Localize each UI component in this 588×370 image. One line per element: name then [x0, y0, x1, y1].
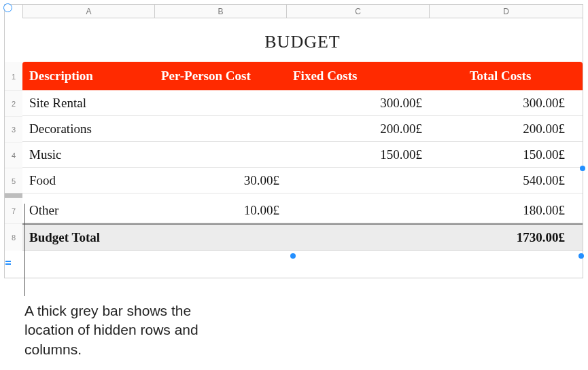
cell-desc[interactable]: Music — [22, 147, 154, 162]
row-header-2[interactable]: 2 — [5, 90, 22, 116]
header-per-person[interactable]: Per-Person Cost — [154, 69, 286, 84]
row-header-4[interactable]: 4 — [5, 142, 22, 168]
cell-total-label[interactable]: Budget Total — [22, 230, 154, 245]
cell-fixed[interactable]: 300.00£ — [286, 96, 429, 111]
cell-total[interactable]: 180.00£ — [429, 203, 572, 218]
header-fixed[interactable]: Fixed Costs — [286, 69, 429, 84]
cell-grand-total[interactable]: 1730.00£ — [429, 230, 572, 245]
cell-total[interactable]: 300.00£ — [429, 96, 572, 111]
table-total-row[interactable]: Budget Total 1730.00£ — [22, 223, 583, 251]
cell-per[interactable]: 10.00£ — [154, 203, 286, 218]
col-header-d[interactable]: D — [429, 5, 583, 18]
cell-desc[interactable]: Decorations — [22, 122, 154, 136]
table-body: Description Per-Person Cost Fixed Costs … — [22, 62, 583, 251]
spreadsheet-frame: A B C D 1 2 3 4 5 7 8 BUDGET Description… — [4, 4, 583, 278]
row-header-8[interactable]: 8 — [5, 223, 22, 251]
callout-text: A thick grey bar shows the location of h… — [24, 301, 242, 359]
col-header-b[interactable]: B — [154, 5, 286, 18]
row-header-3[interactable]: 3 — [5, 116, 22, 142]
cell-desc[interactable]: Food — [22, 173, 154, 188]
selection-handle[interactable] — [578, 253, 584, 259]
col-header-c[interactable]: C — [286, 5, 429, 18]
selection-handle[interactable] — [290, 253, 296, 259]
table-row[interactable]: Site Rental 300.00£ 300.00£ — [22, 90, 583, 116]
cell-total[interactable]: 150.00£ — [429, 147, 572, 162]
table-title-area: BUDGET — [22, 22, 583, 62]
add-row-handle[interactable] — [3, 257, 13, 267]
row-header-5[interactable]: 5 — [5, 168, 22, 193]
cell-per[interactable]: 30.00£ — [154, 173, 286, 188]
col-header-a[interactable]: A — [22, 5, 154, 18]
table-header-row[interactable]: Description Per-Person Cost Fixed Costs … — [22, 62, 583, 90]
selection-handle[interactable] — [580, 166, 585, 171]
row-header-7[interactable]: 7 — [5, 198, 22, 223]
cell-total[interactable]: 200.00£ — [429, 122, 572, 136]
table-row[interactable]: Decorations 200.00£ 200.00£ — [22, 116, 583, 142]
table-row[interactable]: Other 10.00£ 180.00£ — [22, 198, 583, 223]
table-row[interactable]: Food 30.00£ 540.00£ — [22, 168, 583, 193]
row-headers: 1 2 3 4 5 7 8 — [5, 62, 22, 251]
header-description[interactable]: Description — [22, 69, 154, 84]
table-row[interactable]: Music 150.00£ 150.00£ — [22, 142, 583, 168]
table-title[interactable]: BUDGET — [264, 32, 340, 52]
cell-desc[interactable]: Site Rental — [22, 96, 154, 111]
callout-leader-line — [24, 204, 25, 296]
row-header-1[interactable]: 1 — [5, 62, 22, 90]
table-handle-top-left[interactable] — [3, 3, 12, 12]
cell-fixed[interactable]: 150.00£ — [286, 147, 429, 162]
column-headers: A B C D — [22, 5, 583, 18]
cell-desc[interactable]: Other — [22, 203, 154, 218]
header-total[interactable]: Total Costs — [429, 69, 572, 84]
cell-fixed[interactable]: 200.00£ — [286, 122, 429, 136]
cell-total[interactable]: 540.00£ — [429, 173, 572, 188]
